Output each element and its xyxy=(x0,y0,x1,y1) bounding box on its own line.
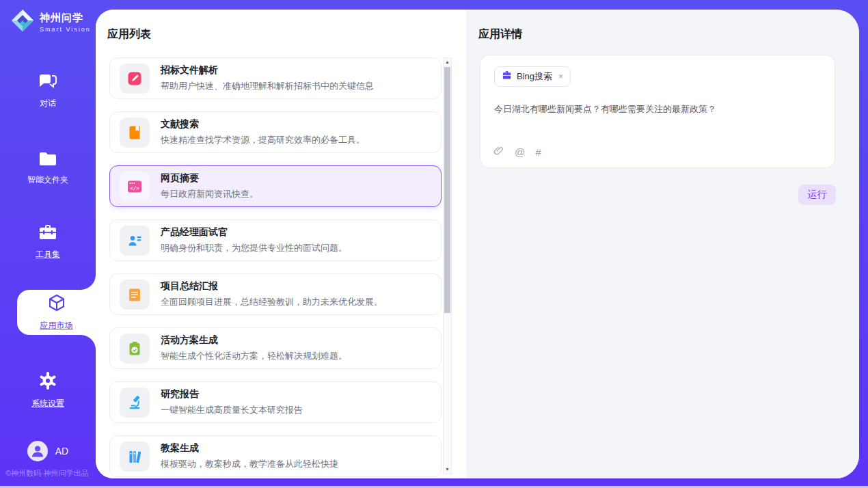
microscope-icon xyxy=(120,388,150,418)
sidebar-item-label: 系统设置 xyxy=(31,398,64,409)
app-card-desc: 帮助用户快速、准确地理解和解析招标书中的关键信息 xyxy=(161,80,374,92)
app-list-title: 应用列表 xyxy=(107,27,151,42)
app-card-literature-search[interactable]: 文献搜索 快速精准查找学术资源，提高研究效率的必备工具。 xyxy=(109,111,442,153)
sidebar-item-toolset[interactable]: 工具集 xyxy=(0,223,96,260)
chat-icon xyxy=(38,72,57,93)
active-tab-curve-bottom xyxy=(81,335,96,350)
app-card-desc: 快速精准查找学术资源，提高研究效率的必备工具。 xyxy=(161,134,365,146)
app-list-pane: 应用列表 招标文件解析 帮助用户快速、准确地理解和解析招标书中的关键信息 xyxy=(96,10,466,478)
attachment-toolbar: @ # xyxy=(493,145,541,159)
sidebar-item-chat[interactable]: 对话 xyxy=(0,72,96,109)
gear-icon xyxy=(38,371,57,393)
svg-text:</>: </> xyxy=(130,185,139,191)
app-card-desc: 智能生成个性化活动方案，轻松解决规划难题。 xyxy=(161,350,347,362)
scrollbar-thumb[interactable] xyxy=(444,67,450,313)
sidebar: 神州问学 Smart Vision 对话 智能文件夹 xyxy=(0,0,96,488)
sidebar-item-label: 智能文件夹 xyxy=(27,174,68,186)
app-card-desc: 模板驱动，教案秒成，教学准备从此轻松快捷 xyxy=(161,458,338,470)
app-card-title: 项目总结汇报 xyxy=(161,280,383,293)
copyright-footer: ©神州数码·神州问学出品 xyxy=(5,468,89,478)
app-card-bid-analysis[interactable]: 招标文件解析 帮助用户快速、准确地理解和解析招标书中的关键信息 xyxy=(109,57,442,99)
app-card-title: 网页摘要 xyxy=(161,172,258,185)
app-detail-pane: 应用详情 Bing搜索 × 今日湖北有哪些新闻要点？有哪些需要关注的最新政策？ xyxy=(466,10,859,478)
app-card-title: 文献搜索 xyxy=(161,118,365,131)
folder-icon xyxy=(38,150,57,170)
run-button[interactable]: 运行 xyxy=(798,185,836,205)
app-card-event-plan[interactable]: 活动方案生成 智能生成个性化活动方案，轻松解决规划难题。 xyxy=(109,327,442,369)
brand-subtitle: Smart Vision xyxy=(40,26,91,33)
app-card-title: 产品经理面试官 xyxy=(161,226,347,239)
avatar xyxy=(27,441,48,461)
gem-logo-icon xyxy=(10,8,35,36)
brand-logo: 神州问学 Smart Vision xyxy=(10,8,91,36)
query-text[interactable]: 今日湖北有哪些新闻要点？有哪些需要关注的最新政策？ xyxy=(494,103,821,116)
books-icon xyxy=(120,442,150,472)
tool-chip-bing-search[interactable]: Bing搜索 × xyxy=(494,66,571,87)
sidebar-item-app-market[interactable]: 应用市场 xyxy=(17,290,96,335)
sidebar-item-settings[interactable]: 系统设置 xyxy=(0,371,96,409)
query-input-card[interactable]: Bing搜索 × 今日湖北有哪些新闻要点？有哪些需要关注的最新政策？ @ # xyxy=(480,55,835,168)
toolbox-icon xyxy=(38,223,58,244)
app-card-desc: 每日政府新闻资讯快查。 xyxy=(161,188,258,200)
app-card-title: 教案生成 xyxy=(161,442,338,455)
app-card-research-report[interactable]: 研究报告 一键智能生成高质量长文本研究报告 xyxy=(109,381,442,423)
edit-square-icon xyxy=(120,64,150,94)
brand-name: 神州问学 xyxy=(40,12,91,25)
clipboard-check-icon xyxy=(120,334,150,364)
sidebar-item-label: 应用市场 xyxy=(40,320,73,331)
app-card-lesson-plan[interactable]: 教案生成 模板驱动，教案秒成，教学准备从此轻松快捷 xyxy=(109,435,442,477)
app-card-project-summary[interactable]: 项目总结汇报 全面回顾项目进展，总结经验教训，助力未来优化发展。 xyxy=(109,273,442,315)
app-card-pm-interviewer[interactable]: 产品经理面试官 明确身份和职责，为您提供专业性的面试问题。 xyxy=(109,219,442,261)
active-tab-curve-top xyxy=(81,275,96,290)
cube-icon xyxy=(46,293,67,316)
interview-icon xyxy=(120,226,150,256)
notepad-icon xyxy=(120,280,150,310)
at-mention-icon[interactable]: @ xyxy=(515,146,525,158)
app-card-title: 招标文件解析 xyxy=(161,64,374,77)
app-card-desc: 全面回顾项目进展，总结经验教训，助力未来优化发展。 xyxy=(161,296,383,308)
close-icon[interactable]: × xyxy=(558,72,563,81)
scroll-down-icon[interactable]: ▼ xyxy=(444,465,451,474)
app-list-scrollbar[interactable]: ▲ ▼ xyxy=(443,57,452,474)
app-card-desc: 明确身份和职责，为您提供专业性的面试问题。 xyxy=(161,242,347,254)
tool-chip-label: Bing搜索 xyxy=(517,70,552,83)
book-icon xyxy=(120,118,150,148)
user-initials: AD xyxy=(55,446,68,457)
paperclip-icon[interactable] xyxy=(493,145,504,159)
app-card-title: 研究报告 xyxy=(161,388,303,401)
app-card-desc: 一键智能生成高质量长文本研究报告 xyxy=(161,404,303,416)
app-card-web-summary[interactable]: </> 网页摘要 每日政府新闻资讯快查。 xyxy=(109,165,442,207)
scroll-up-icon[interactable]: ▲ xyxy=(444,58,451,66)
user-account[interactable]: AD xyxy=(0,441,96,461)
app-card-title: 活动方案生成 xyxy=(161,334,347,347)
main-content: 应用列表 招标文件解析 帮助用户快速、准确地理解和解析招标书中的关键信息 xyxy=(96,10,859,478)
sidebar-item-smart-folder[interactable]: 智能文件夹 xyxy=(0,150,96,186)
app-detail-title: 应用详情 xyxy=(478,27,522,42)
hash-icon[interactable]: # xyxy=(535,146,541,158)
browser-code-icon: </> xyxy=(120,172,150,202)
briefcase-icon xyxy=(502,70,512,83)
sidebar-item-label: 工具集 xyxy=(36,249,60,260)
sidebar-item-label: 对话 xyxy=(40,98,56,109)
app-card-list: 招标文件解析 帮助用户快速、准确地理解和解析招标书中的关键信息 文献搜索 快速精… xyxy=(109,57,442,478)
